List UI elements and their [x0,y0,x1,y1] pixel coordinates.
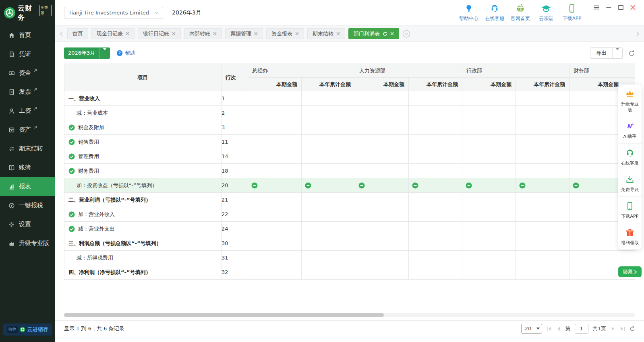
amount-cell[interactable] [409,135,462,149]
tab[interactable]: 期末结转 [307,28,345,39]
amount-cell[interactable] [516,135,569,149]
table-row[interactable]: 管理费用 14 [64,149,636,164]
tab-close-icon[interactable] [390,32,394,35]
amount-cell[interactable] [248,265,302,280]
collapse-minus-icon[interactable] [251,182,258,189]
maximize-icon[interactable] [618,4,624,10]
horizontal-scrollbar[interactable] [64,313,635,317]
table-row[interactable]: 销售费用 11 [64,135,636,149]
official-site-link[interactable]: 官网首页 [507,3,533,22]
sidebar-item-reports[interactable]: 报表 [0,177,55,196]
amount-cell[interactable] [569,193,623,207]
export-button[interactable]: 导出 [590,47,623,59]
collapse-minus-icon[interactable] [358,182,365,189]
collapse-minus-icon[interactable] [573,182,579,189]
amount-cell[interactable] [409,207,462,222]
online-service-link[interactable]: 在线客服 [482,3,507,22]
amount-cell[interactable] [516,193,569,207]
amount-cell[interactable] [355,164,409,178]
sidebar-item-vouchers[interactable]: 凭证 [0,45,55,64]
sidebar-item-upgrade[interactable]: 升级专业版 [0,234,55,253]
amount-cell[interactable] [302,106,355,120]
amount-cell[interactable] [302,135,355,149]
amount-cell[interactable] [409,120,462,135]
amount-cell[interactable] [355,236,409,251]
menu-icon[interactable] [594,4,600,10]
amount-cell[interactable] [409,149,462,164]
amount-cell[interactable] [248,193,302,207]
amount-cell[interactable] [516,251,569,265]
amount-cell[interactable] [409,106,462,120]
tab[interactable]: 首页 [67,28,88,39]
float-free-import[interactable]: 免费导账 [618,170,642,197]
amount-cell[interactable] [569,135,623,149]
page-size-select[interactable]: 20 [521,324,542,334]
close-icon[interactable] [630,4,636,10]
previous-page-icon[interactable] [556,326,561,332]
amount-cell[interactable] [302,193,355,207]
amount-cell[interactable] [516,120,569,135]
collapse-minus-icon[interactable] [412,182,418,189]
amount-cell[interactable] [248,207,302,222]
tab-close-icon[interactable] [213,32,217,35]
amount-cell[interactable] [248,135,302,149]
amount-cell[interactable] [355,265,409,280]
amount-cell[interactable] [516,207,569,222]
tab-list-dropdown-icon[interactable] [402,30,410,38]
sidebar-item-tax-filing[interactable]: 一键报税 [0,196,55,215]
amount-cell[interactable] [516,149,569,164]
tab[interactable]: 内部转账 [184,28,222,39]
amount-cell[interactable] [623,251,636,265]
table-row[interactable]: 财务费用 18 [64,164,636,178]
amount-cell[interactable] [409,251,462,265]
hide-panel-button[interactable]: 隐藏 [618,266,642,277]
tab-close-icon[interactable] [172,32,176,35]
amount-cell[interactable] [462,149,516,164]
table-row[interactable]: 二、营业利润（亏损以“-”号填列） 21 [64,193,636,207]
amount-cell[interactable] [248,91,302,106]
float-benefits[interactable]: 福利领取 [618,223,642,249]
tab-scroll-right-icon[interactable] [635,31,640,36]
tab[interactable]: 资金报表 [266,28,304,39]
collapse-minus-icon[interactable] [305,182,311,189]
amount-cell[interactable] [248,236,302,251]
float-ai-assistant[interactable]: N AI助手 [618,117,642,144]
sidebar-item-period-end[interactable]: 期末结转 [0,139,55,158]
amount-cell[interactable] [248,222,302,236]
amount-cell[interactable] [516,164,569,178]
company-selector[interactable]: Tianji Tire Investments Limited [64,7,163,19]
amount-cell[interactable] [569,149,623,164]
amount-cell[interactable] [355,91,409,106]
sidebar-item-funds[interactable]: 资金 [0,64,55,82]
tab-close-icon[interactable] [336,32,340,35]
amount-cell[interactable] [302,164,355,178]
amount-cell[interactable] [462,251,516,265]
table-row[interactable]: 三、利润总额（亏损总额以“-”号填列） 30 [64,236,636,251]
pager-refresh-icon[interactable] [630,326,635,332]
table-row[interactable]: 四、净利润（净亏损以“-”号填列） 32 [64,265,636,280]
amount-cell[interactable] [569,251,623,265]
amount-cell[interactable] [355,207,409,222]
table-row[interactable]: 加：投资收益（亏损以“-”号填列） 20 [64,178,636,193]
amount-cell[interactable] [462,135,516,149]
amount-cell[interactable] [248,120,302,135]
minimize-icon[interactable] [606,4,612,10]
amount-cell[interactable] [409,193,462,207]
page-number-input[interactable] [575,324,588,334]
tab[interactable]: 部门利润表 [348,28,399,39]
amount-cell[interactable] [409,91,462,106]
last-page-icon[interactable] [620,326,625,332]
amount-cell[interactable] [248,178,302,193]
amount-cell[interactable] [516,178,569,193]
amount-cell[interactable] [302,222,355,236]
table-row[interactable]: 减：营业外支出 24 [64,222,636,236]
amount-cell[interactable] [355,251,409,265]
amount-cell[interactable] [355,178,409,193]
tab-close-icon[interactable] [126,32,129,35]
amount-cell[interactable] [462,106,516,120]
amount-cell[interactable] [355,106,409,120]
period-dropdown-button[interactable]: 2026年3月 [64,47,110,59]
table-row[interactable]: 减：营业成本 2 [64,106,636,120]
goto-inventory-button[interactable]: 前往 云进销存 [3,323,52,336]
amount-cell[interactable] [248,149,302,164]
